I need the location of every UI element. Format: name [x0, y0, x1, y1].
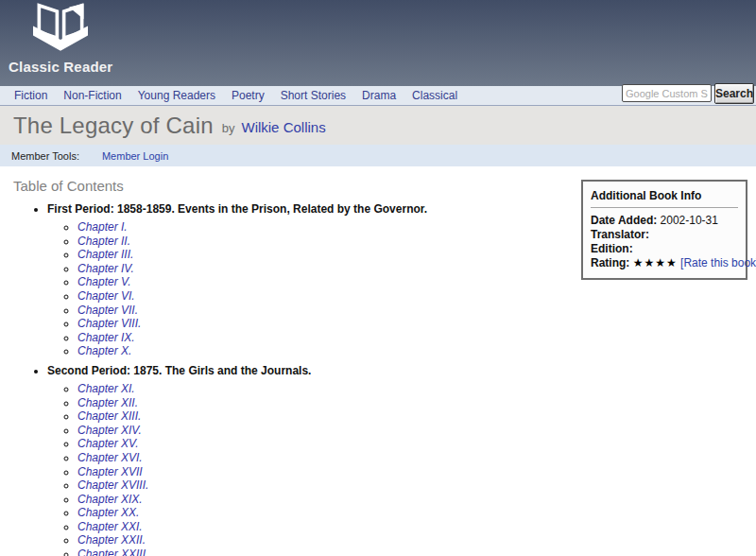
toc-chapter-item: Chapter VII. — [77, 304, 756, 318]
toc-chapter-item: Chapter XXIII. — [77, 547, 756, 556]
toc-chapter-item: Chapter XX. — [77, 506, 756, 520]
chapter-link[interactable]: Chapter XIV. — [77, 424, 142, 437]
chapter-list: Chapter XI.Chapter XII.Chapter XIII.Chap… — [47, 382, 756, 556]
toc-chapter-item: Chapter X. — [77, 344, 756, 358]
nav-link-fiction[interactable]: Fiction — [14, 89, 47, 102]
chapter-link[interactable]: Chapter VI. — [77, 289, 135, 303]
toc-chapter-item: Chapter XXI. — [77, 520, 756, 534]
date-added-label: Date Added: — [591, 214, 657, 227]
chapter-link[interactable]: Chapter XII. — [77, 396, 138, 409]
chapter-link[interactable]: Chapter III. — [77, 248, 133, 261]
member-tools-label: Member Tools: — [11, 150, 79, 162]
content-area: Table of Contents First Period: 1858-185… — [0, 166, 756, 556]
book-title-bar: The Legacy of Cain by Wilkie Collins — [0, 106, 756, 145]
chapter-link[interactable]: Chapter XVI. — [77, 451, 143, 464]
nav-link-drama[interactable]: Drama — [362, 89, 396, 102]
chapter-link[interactable]: Chapter XXIII. — [77, 547, 148, 556]
toc-chapter-item: Chapter XI. — [77, 382, 756, 396]
author-link[interactable]: Wilkie Collins — [241, 119, 325, 135]
member-login-link[interactable]: Member Login — [102, 150, 168, 162]
chapter-link[interactable]: Chapter IX. — [77, 331, 135, 344]
open-book-logo-icon — [25, 3, 96, 58]
toc-chapter-item: Chapter XIII. — [77, 409, 756, 424]
toc-chapter-item: Chapter IX. — [77, 331, 756, 345]
nav-link-non-fiction[interactable]: Non-Fiction — [63, 89, 121, 102]
book-info-divider — [591, 207, 738, 208]
page: Classic Reader FictionNon-FictionYoung R… — [0, 0, 756, 556]
nav-link-short-stories[interactable]: Short Stories — [281, 89, 346, 102]
byline-text: by — [222, 121, 235, 135]
chapter-link[interactable]: Chapter V. — [77, 275, 130, 288]
rating-label: Rating: — [591, 256, 629, 269]
page-title: The Legacy of Cain — [13, 113, 214, 139]
chapter-link[interactable]: Chapter X. — [77, 344, 131, 357]
date-added-value: 2002-10-31 — [661, 214, 718, 227]
chapter-link[interactable]: Chapter XXII. — [77, 533, 146, 547]
chapter-link[interactable]: Chapter XIII. — [77, 409, 141, 423]
chapter-link[interactable]: Chapter I. — [77, 220, 128, 234]
search-input[interactable] — [622, 84, 712, 102]
toc-chapter-item: Chapter XXII. — [77, 533, 756, 547]
toc-chapter-item: Chapter VIII. — [77, 317, 756, 331]
toc-chapter-item: Chapter XVIII. — [77, 478, 756, 493]
search-button[interactable]: Search — [714, 83, 754, 104]
member-tools-bar: Member Tools: Member Login — [0, 145, 756, 166]
toc-chapter-item: Chapter XV. — [77, 437, 756, 451]
date-added-row: Date Added: 2002-10-31 — [591, 214, 738, 227]
site-logo-text: Classic Reader — [9, 59, 112, 75]
toc-chapter-item: Chapter XIX. — [77, 493, 756, 507]
additional-book-info-box: Additional Book Info Date Added: 2002-10… — [581, 180, 747, 280]
rating-row: Rating: ★★★★ [Rate this book] — [591, 256, 738, 269]
toc-chapter-item: Chapter XVI. — [77, 451, 756, 465]
chapter-link[interactable]: Chapter XVII — [77, 465, 143, 478]
book-info-heading: Additional Book Info — [591, 189, 738, 202]
chapter-link[interactable]: Chapter II. — [77, 235, 130, 248]
chapter-link[interactable]: Chapter VIII. — [77, 317, 141, 330]
toc-section-title: Second Period: 1875. The Girls and the J… — [47, 364, 756, 556]
toc-chapter-item: Chapter XII. — [77, 396, 756, 410]
toc-chapter-item: Chapter XVII — [77, 465, 756, 479]
site-header: Classic Reader — [0, 0, 756, 86]
nav-link-classical[interactable]: Classical — [412, 89, 457, 102]
chapter-link[interactable]: Chapter XV. — [77, 437, 138, 450]
translator-row: Translator: — [591, 228, 738, 241]
edition-row: Edition: — [591, 242, 738, 255]
translator-label: Translator: — [591, 228, 649, 241]
chapter-link[interactable]: Chapter XIX. — [77, 493, 143, 506]
chapter-link[interactable]: Chapter XXI. — [77, 520, 143, 533]
chapter-link[interactable]: Chapter VII. — [77, 304, 138, 317]
toc-chapter-item: Chapter VI. — [77, 289, 756, 304]
chapter-link[interactable]: Chapter XVIII. — [77, 478, 148, 492]
chapter-link[interactable]: Chapter XX. — [77, 506, 139, 519]
nav-link-young-readers[interactable]: Young Readers — [138, 89, 215, 102]
nav-link-poetry[interactable]: Poetry — [232, 89, 265, 102]
toc-chapter-item: Chapter XIV. — [77, 424, 756, 438]
chapter-link[interactable]: Chapter IV. — [77, 262, 134, 275]
rate-this-book-link[interactable]: [Rate this book] — [680, 256, 756, 269]
edition-label: Edition: — [591, 242, 633, 255]
rating-stars: ★★★★ — [633, 256, 678, 269]
chapter-link[interactable]: Chapter XI. — [77, 382, 135, 395]
